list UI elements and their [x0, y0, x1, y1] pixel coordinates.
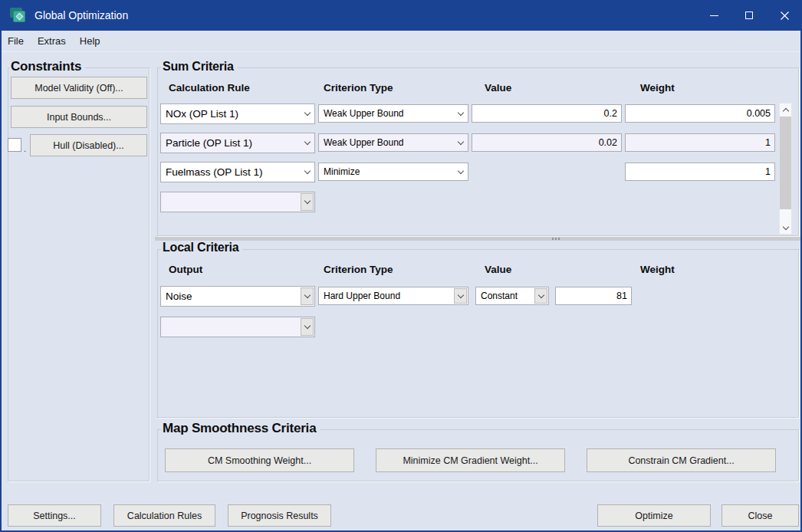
local-criteria-heading: Local Criteria — [161, 241, 242, 255]
local-col-weight: Weight — [640, 264, 675, 275]
minimize-cm-gradient-weight-button[interactable]: Minimize CM Gradient Weight... — [376, 448, 565, 472]
constraints-group — [8, 67, 150, 481]
local-row1-value-mode-combobox[interactable]: Constant — [475, 287, 549, 305]
scrollbar-down-button[interactable] — [780, 222, 791, 234]
menu-bar: File Extras Help — [2, 31, 800, 52]
global-optimization-window: Global Optimization File Extras Help Con… — [0, 0, 802, 532]
prognosis-results-button[interactable]: Prognosis Results — [228, 504, 331, 527]
hull-button[interactable]: Hull (Disabled)... — [30, 134, 147, 156]
sum-col-calculation-rule: Calculation Rule — [169, 82, 250, 94]
app-icon — [10, 8, 27, 23]
close-button[interactable] — [767, 0, 802, 31]
local-row2-output-combobox[interactable] — [160, 317, 315, 337]
sum-row1-weight-input[interactable] — [625, 104, 775, 123]
splitter-grip-icon — [555, 238, 557, 240]
settings-button[interactable]: Settings... — [8, 504, 101, 527]
splitter-grip-icon — [558, 238, 560, 240]
chevron-down-icon — [301, 163, 314, 181]
cm-smoothing-weight-button[interactable]: CM Smoothing Weight... — [165, 448, 354, 472]
sum-row3-weight-input[interactable] — [625, 163, 775, 181]
sum-row2-value-input[interactable] — [472, 133, 622, 152]
chevron-down-icon — [534, 288, 547, 304]
chevron-down-icon — [454, 135, 467, 150]
sum-row1-criterion-type-combobox[interactable]: Weak Upper Bound — [318, 104, 468, 123]
sum-row1-calc-rule-combobox[interactable]: NOx (OP List 1) — [160, 103, 315, 124]
scrollbar-thumb[interactable] — [780, 117, 791, 209]
local-col-value: Value — [485, 264, 511, 275]
chevron-down-icon — [782, 224, 788, 230]
scrollbar-up-button[interactable] — [780, 103, 791, 116]
local-row1-value-input[interactable] — [555, 287, 632, 305]
hull-dot-label: . — [24, 144, 26, 153]
sum-row2-criterion-type-combobox[interactable]: Weak Upper Bound — [318, 133, 468, 152]
window-title: Global Optimization — [35, 9, 128, 21]
sum-row1-value-input[interactable] — [472, 104, 622, 123]
sum-col-value: Value — [485, 82, 511, 94]
input-bounds-button[interactable]: Input Bounds... — [11, 106, 147, 128]
chevron-down-icon — [301, 287, 314, 305]
constraints-heading: Constraints — [9, 59, 85, 74]
minimize-button[interactable] — [696, 0, 731, 31]
model-validity-button[interactable]: Model Validity (Off)... — [11, 77, 147, 99]
chevron-down-icon — [301, 318, 314, 336]
chevron-down-icon — [454, 288, 467, 304]
menu-help[interactable]: Help — [73, 32, 107, 50]
sum-col-weight: Weight — [640, 82, 675, 94]
chevron-up-icon — [782, 107, 788, 113]
sum-local-splitter[interactable] — [155, 237, 801, 241]
minimize-icon — [710, 15, 718, 16]
local-row1-criterion-type-combobox[interactable]: Hard Upper Bound — [318, 287, 468, 305]
optimize-button[interactable]: Optimize — [597, 504, 711, 527]
sum-row3-criterion-type-combobox[interactable]: Minimize — [318, 163, 468, 181]
chevron-down-icon — [454, 164, 467, 179]
sum-criteria-scrollbar[interactable] — [779, 103, 792, 235]
splitter-grip-icon — [552, 238, 554, 240]
sum-criteria-heading: Sum Criteria — [161, 60, 238, 74]
close-icon — [780, 11, 790, 21]
menu-file[interactable]: File — [2, 32, 31, 50]
sum-row4-calc-rule-combobox[interactable] — [160, 192, 315, 212]
chevron-down-icon — [301, 193, 314, 211]
calculation-rules-button[interactable]: Calculation Rules — [113, 504, 215, 527]
local-row1-output-combobox[interactable]: Noise — [160, 286, 315, 307]
chevron-down-icon — [301, 134, 314, 152]
chevron-down-icon — [301, 105, 314, 123]
chevron-down-icon — [454, 106, 467, 121]
sum-row2-calc-rule-combobox[interactable]: Particle (OP List 1) — [160, 133, 315, 153]
close-dialog-button[interactable]: Close — [721, 504, 799, 527]
sum-row2-weight-input[interactable] — [625, 133, 775, 152]
map-smoothness-heading: Map Smoothness Criteria — [161, 421, 320, 436]
sum-col-criterion-type: Criterion Type — [324, 82, 393, 94]
sum-row3-calc-rule-combobox[interactable]: Fuelmass (OP List 1) — [160, 162, 315, 182]
menu-extras[interactable]: Extras — [31, 32, 73, 50]
maximize-icon — [745, 11, 753, 19]
local-col-output: Output — [169, 264, 202, 275]
title-bar: Global Optimization — [0, 0, 802, 31]
local-col-criterion-type: Criterion Type — [324, 264, 393, 275]
hull-checkbox[interactable] — [8, 138, 21, 152]
constrain-cm-gradient-button[interactable]: Constrain CM Gradient... — [587, 448, 776, 472]
maximize-button[interactable] — [731, 0, 767, 31]
